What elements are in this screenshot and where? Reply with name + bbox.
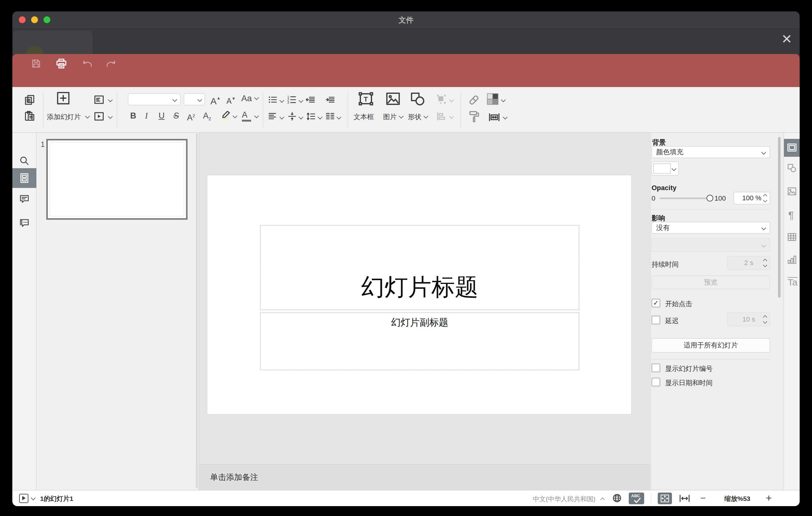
color-scheme-icon[interactable] (486, 93, 499, 106)
effect-select[interactable]: 没有 (651, 222, 770, 234)
add-slide-label: 添加幻灯片 (47, 113, 81, 121)
chevron-down-icon (85, 114, 90, 119)
panel-scrollbar[interactable] (778, 137, 781, 297)
paste-icon[interactable] (24, 111, 35, 122)
font-color-button[interactable]: A (242, 109, 248, 120)
slide-size-icon[interactable] (488, 112, 501, 123)
toolbar-divider (263, 92, 263, 128)
subscript-button[interactable]: A2 (203, 110, 211, 124)
slide-layout-icon[interactable] (93, 94, 105, 105)
add-slide-icon[interactable] (56, 91, 70, 105)
slide-settings-icon[interactable] (787, 143, 797, 152)
chevron-down-icon[interactable] (501, 97, 506, 103)
copy-icon[interactable] (24, 94, 35, 105)
bullet-list-icon[interactable] (268, 95, 278, 105)
notes-area[interactable]: 单击添加备注 (199, 464, 651, 490)
chevron-down-icon[interactable] (254, 114, 259, 118)
opacity-slider-handle[interactable] (706, 195, 713, 202)
chevron-down-icon[interactable] (108, 97, 113, 103)
background-fill-select[interactable]: 颜色填充 (651, 146, 770, 158)
background-color-picker[interactable] (651, 162, 679, 175)
spinner-arrows-icon[interactable] (763, 192, 767, 204)
globe-icon[interactable] (612, 493, 622, 503)
chevron-down-icon[interactable] (299, 98, 303, 103)
chevron-down-icon[interactable] (503, 115, 508, 120)
chevron-down-icon[interactable] (299, 115, 303, 120)
shapes-button[interactable]: 形状 (408, 112, 428, 122)
title-placeholder[interactable]: 幻灯片标题 (260, 225, 579, 310)
chevron-down-icon[interactable] (318, 115, 323, 120)
spellcheck-button[interactable]: ABC (629, 492, 644, 504)
numbered-list-icon[interactable]: 123 (287, 95, 297, 105)
chevron-down-icon[interactable] (280, 98, 285, 103)
chart-settings-icon[interactable] (787, 255, 796, 264)
zoom-in-button[interactable]: + (766, 492, 772, 504)
italic-button[interactable]: I (145, 110, 148, 121)
horizontal-align-icon[interactable] (268, 111, 278, 121)
zoom-out-button[interactable]: − (700, 493, 706, 503)
app-window: 文件 ✕ 产品介绍.pptx adm***@dootask.com 文件 主页 … (12, 11, 800, 506)
subscript-glyph: A (203, 111, 208, 120)
strikethrough-button[interactable]: S (173, 110, 179, 121)
textbox-button[interactable]: 文本框 (353, 112, 374, 122)
show-slide-number-checkbox[interactable] (651, 364, 660, 372)
search-icon[interactable] (19, 155, 30, 166)
increase-font-size-button[interactable]: A▲ (210, 93, 221, 107)
add-slide-button[interactable]: 添加幻灯片 (47, 112, 89, 122)
opacity-slider-track[interactable] (660, 198, 711, 199)
decrease-font-size-button[interactable]: A▼ (227, 93, 236, 107)
decrease-indent-icon[interactable] (306, 95, 316, 105)
subtitle-placeholder[interactable]: 幻灯片副标题 (260, 312, 579, 370)
undo-icon[interactable] (82, 59, 92, 68)
slides-panel-icon[interactable] (20, 173, 29, 183)
line-spacing-icon[interactable] (306, 111, 316, 121)
font-name-combobox[interactable] (128, 93, 180, 105)
image-icon[interactable] (386, 92, 401, 106)
shape-settings-icon[interactable] (787, 164, 796, 173)
chevron-down-icon[interactable] (233, 114, 237, 118)
underline-button[interactable]: U (158, 110, 165, 121)
increase-indent-icon[interactable] (325, 95, 336, 105)
chevron-down-icon[interactable] (108, 114, 113, 119)
fit-width-button[interactable] (679, 494, 691, 503)
opacity-spinner[interactable]: 100 % (734, 192, 770, 204)
start-slideshow-icon[interactable] (93, 111, 105, 122)
chevron-down-icon[interactable] (280, 115, 285, 120)
language-button[interactable]: 中文(中华人民共和国) (533, 495, 604, 503)
chevron-down-icon[interactable] (337, 115, 342, 120)
shapes-icon[interactable] (410, 92, 425, 106)
thumbnail-scrollbar[interactable] (196, 133, 198, 488)
duration-spinner: 2 s (727, 256, 770, 270)
change-case-button[interactable]: Aa (241, 93, 258, 104)
vertical-align-icon[interactable] (288, 111, 297, 121)
font-size-combobox[interactable] (184, 93, 205, 105)
fit-slide-button[interactable] (658, 492, 672, 504)
delay-value: 10 s (742, 315, 755, 323)
slide-thumbnail[interactable] (46, 139, 187, 220)
paragraph-settings-icon[interactable]: ¶ (788, 209, 794, 221)
textbox-icon[interactable]: T (358, 91, 374, 106)
close-icon[interactable]: ✕ (779, 32, 794, 47)
redo-icon[interactable] (106, 59, 117, 68)
print-icon[interactable] (56, 58, 67, 69)
textart-settings-icon[interactable]: Ta (788, 277, 798, 288)
bold-button[interactable]: B (130, 110, 136, 121)
start-on-click-checkbox[interactable]: ✓ (651, 299, 660, 307)
highlight-color-icon[interactable] (220, 110, 231, 119)
spinner-arrows-icon (763, 313, 767, 326)
comments-icon[interactable] (19, 194, 30, 204)
image-settings-icon[interactable] (787, 187, 796, 196)
delay-checkbox[interactable] (651, 316, 660, 324)
columns-icon[interactable] (325, 111, 335, 121)
show-date-time-checkbox[interactable] (651, 378, 660, 386)
apply-to-all-slides-button[interactable]: 适用于所有幻灯片 (651, 338, 770, 352)
start-slideshow-status-icon[interactable] (19, 494, 28, 503)
superscript-button[interactable]: A2 (187, 110, 195, 123)
chat-icon[interactable] (19, 218, 30, 228)
slide-canvas[interactable]: 幻灯片标题 幻灯片副标题 (207, 175, 631, 414)
chevron-down-icon[interactable] (31, 496, 36, 500)
save-icon[interactable] (31, 58, 41, 69)
image-button[interactable]: 图片 (383, 112, 403, 122)
background-label: 背景 (652, 138, 666, 147)
table-settings-icon[interactable] (787, 233, 796, 241)
